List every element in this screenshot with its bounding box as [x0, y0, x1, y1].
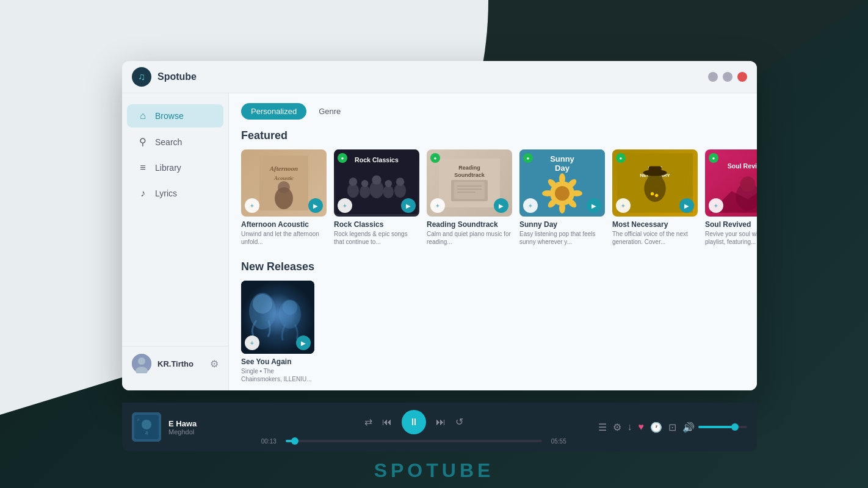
- featured-title: Featured: [241, 129, 745, 142]
- card-desc-sunny: Easy listening pop that feels sunny wher…: [519, 230, 605, 246]
- add-to-queue-btn-see-you[interactable]: +: [245, 336, 259, 350]
- volume-row: 🔊: [682, 422, 747, 433]
- play-btn-reading[interactable]: ▶: [494, 198, 508, 213]
- maximize-button[interactable]: □: [723, 72, 732, 82]
- volume-track[interactable]: [698, 426, 747, 428]
- avatar: [132, 354, 151, 373]
- tab-bar: Personalized Genre: [241, 103, 745, 120]
- sidebar-item-lyrics[interactable]: ♪ Lyrics: [127, 182, 223, 205]
- play-btn-rock[interactable]: ▶: [401, 198, 416, 213]
- release-desc-see-you: Single • The Chainsmokers, ILLENIU...: [241, 367, 314, 383]
- sidebar-item-search[interactable]: ⚲ Search: [127, 130, 223, 154]
- total-time: 05:55: [547, 438, 566, 445]
- library-icon: ≡: [137, 162, 149, 173]
- release-art-see-you: + ▶: [241, 281, 314, 354]
- svg-point-19: [385, 180, 392, 187]
- progress-thumb: [291, 437, 298, 445]
- home-icon: ⌂: [137, 110, 149, 121]
- user-name: KR.Tirtho: [157, 359, 193, 368]
- play-btn-sunny[interactable]: ▶: [587, 198, 601, 213]
- sidebar-label-browse: Browse: [155, 111, 184, 121]
- heart-icon[interactable]: ♥: [638, 422, 645, 432]
- add-to-queue-btn-sunny[interactable]: +: [523, 198, 538, 213]
- card-desc-afternoon: Unwind and let the afternoon unfold...: [241, 230, 327, 246]
- timer-icon[interactable]: 🕐: [650, 422, 662, 433]
- release-name-see-you: See You Again: [241, 357, 314, 366]
- player-info: E Hawa Meghdol: [168, 419, 230, 436]
- volume-thumb: [731, 423, 739, 431]
- current-time: 00:13: [261, 438, 281, 445]
- card-soul-revived[interactable]: ● Soul Revived: [705, 149, 757, 246]
- minimize-button[interactable]: −: [708, 72, 718, 82]
- svg-point-62: [142, 420, 151, 429]
- svg-text:Soundtrack: Soundtrack: [454, 172, 485, 178]
- svg-point-53: [740, 176, 756, 192]
- volume-fill: [698, 426, 735, 428]
- sidebar-item-browse[interactable]: ⌂ Browse: [127, 104, 223, 127]
- add-to-queue-btn-afternoon[interactable]: +: [245, 198, 259, 213]
- search-icon: ⚲: [137, 136, 149, 148]
- repeat-button[interactable]: ↺: [455, 416, 463, 428]
- player-track-name: E Hawa: [168, 419, 230, 428]
- title-bar: ♫ Spotube − □ ×: [122, 61, 757, 93]
- spotify-logo-necessary: ●: [616, 153, 626, 163]
- settings-icon[interactable]: ⚙: [210, 358, 219, 370]
- spotify-logo-reading: ●: [430, 153, 440, 163]
- add-to-queue-btn-necessary[interactable]: +: [616, 198, 631, 213]
- next-button[interactable]: ⏭: [436, 417, 446, 428]
- card-reading-soundtrack[interactable]: ● Reading Soundtrack: [427, 149, 512, 246]
- svg-point-36: [571, 190, 582, 196]
- svg-text:Rock Classics: Rock Classics: [355, 156, 399, 163]
- add-to-queue-btn-rock[interactable]: +: [338, 198, 352, 213]
- card-see-you-again[interactable]: + ▶ See You Again Single • The Chainsmok…: [241, 281, 314, 383]
- user-info: KR.Tirtho: [132, 354, 193, 373]
- card-afternoon-acoustic[interactable]: Afternoon Acoustic + ▶ Afternoon Acousti…: [241, 149, 327, 246]
- play-btn-afternoon[interactable]: ▶: [308, 198, 323, 213]
- svg-point-13: [372, 175, 381, 184]
- tab-genre[interactable]: Genre: [309, 103, 350, 120]
- spotify-logo-rock: ●: [338, 153, 347, 163]
- progress-track[interactable]: [286, 440, 542, 442]
- card-most-necessary[interactable]: ● MOST NECESSARY: [612, 149, 698, 246]
- tab-personalized[interactable]: Personalized: [241, 103, 306, 120]
- play-btn-see-you[interactable]: ▶: [296, 336, 311, 350]
- sidebar: ⌂ Browse ⚲ Search ≡ Library ♪ Lyrics: [122, 93, 229, 390]
- svg-point-35: [542, 190, 553, 196]
- spotify-logo-sunny: ●: [523, 153, 533, 163]
- card-desc-rock: Rock legends & epic songs that continue …: [334, 230, 419, 246]
- app-title: Spotube: [157, 71, 197, 82]
- shuffle-button[interactable]: ⇄: [364, 416, 372, 428]
- app-logo: ♫: [132, 67, 151, 87]
- player-artist-name: Meghdol: [168, 428, 230, 436]
- content-area: Personalized Genre Featured Afternoon Ac…: [229, 93, 757, 390]
- sidebar-item-library[interactable]: ≡ Library: [127, 156, 223, 179]
- card-art-rock: ● Rock Classics: [334, 149, 419, 217]
- card-name-soul: Soul Revived: [705, 220, 757, 229]
- card-name-rock: Rock Classics: [334, 220, 419, 229]
- volume-icon[interactable]: 🔊: [682, 422, 695, 433]
- add-to-queue-btn-soul[interactable]: +: [709, 198, 723, 213]
- card-art-reading: ● Reading Soundtrack: [427, 149, 512, 217]
- featured-cards-row: Afternoon Acoustic + ▶ Afternoon Acousti…: [241, 149, 745, 246]
- card-sunny-day[interactable]: ● Sunny Day: [519, 149, 605, 246]
- play-pause-button[interactable]: ⏸: [402, 410, 426, 434]
- lyrics-icon: ♪: [137, 188, 149, 199]
- svg-text:♫: ♫: [145, 430, 148, 436]
- svg-text:Acoustic: Acoustic: [273, 175, 294, 181]
- card-art-necessary: ● MOST NECESSARY: [612, 149, 698, 217]
- card-rock-classics[interactable]: ● Rock Classics: [334, 149, 419, 246]
- play-btn-necessary[interactable]: ▶: [679, 198, 694, 213]
- download-icon[interactable]: ↓: [627, 422, 632, 432]
- svg-point-33: [559, 173, 565, 184]
- player-controls: ⇄ ⏮ ⏸ ⏭ ↺: [364, 410, 463, 434]
- add-to-queue-btn-reading[interactable]: +: [430, 198, 445, 213]
- filter-icon[interactable]: ⚙: [613, 422, 621, 433]
- card-name-afternoon: Afternoon Acoustic: [241, 220, 327, 229]
- svg-point-11: [349, 178, 357, 185]
- fullscreen-icon[interactable]: ⊡: [668, 422, 676, 433]
- queue-icon[interactable]: ☰: [598, 422, 607, 433]
- svg-text:Reading: Reading: [458, 165, 480, 171]
- close-button[interactable]: ×: [737, 72, 747, 82]
- new-releases-row: + ▶ See You Again Single • The Chainsmok…: [241, 281, 745, 383]
- prev-button[interactable]: ⏮: [382, 417, 392, 428]
